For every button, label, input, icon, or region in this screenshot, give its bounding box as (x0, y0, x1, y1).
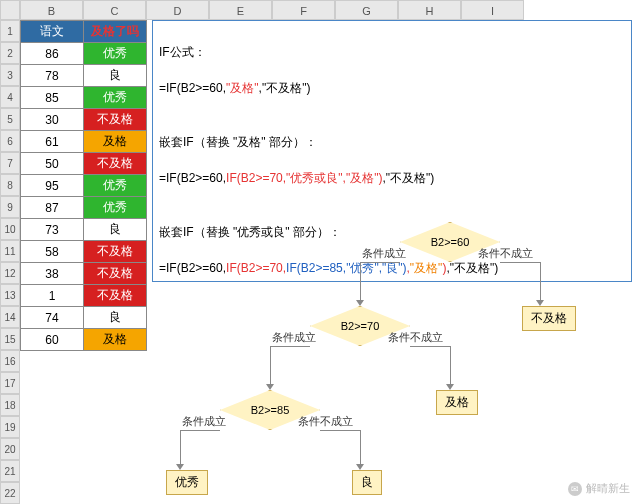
result-excellent: 优秀 (166, 470, 208, 495)
cell-score[interactable]: 87 (21, 197, 84, 219)
cell-score[interactable]: 1 (21, 285, 84, 307)
cell-score[interactable]: 61 (21, 131, 84, 153)
label-true: 条件成立 (362, 246, 406, 261)
cell-status[interactable]: 优秀 (84, 175, 147, 197)
cell-status[interactable]: 优秀 (84, 43, 147, 65)
cell-score[interactable]: 85 (21, 87, 84, 109)
cell-status[interactable]: 优秀 (84, 87, 147, 109)
cell-status[interactable]: 良 (84, 65, 147, 87)
row-headers: 12345678910111213141516171819202122 (0, 20, 20, 504)
cell-status[interactable]: 不及格 (84, 109, 147, 131)
cell-status[interactable]: 及格 (84, 131, 147, 153)
cell-score[interactable]: 38 (21, 263, 84, 285)
cell-score[interactable]: 73 (21, 219, 84, 241)
cell-score[interactable]: 58 (21, 241, 84, 263)
cell-score[interactable]: 30 (21, 109, 84, 131)
cell-score[interactable]: 50 (21, 153, 84, 175)
flowchart: B2>=60 条件成立 条件不成立 不及格 B2>=70 条件成立 条件不成立 … (130, 222, 630, 502)
cell-status[interactable]: 优秀 (84, 197, 147, 219)
cell-score[interactable]: 86 (21, 43, 84, 65)
label-false: 条件不成立 (388, 330, 443, 345)
cell-status[interactable]: 不及格 (84, 153, 147, 175)
column-headers: B C D E F G H I (0, 0, 524, 20)
label-false: 条件不成立 (478, 246, 533, 261)
label-false: 条件不成立 (298, 414, 353, 429)
result-fail: 不及格 (522, 306, 576, 331)
wechat-icon: ✉ (568, 482, 582, 496)
cell-score[interactable]: 95 (21, 175, 84, 197)
result-good: 良 (352, 470, 382, 495)
header-status[interactable]: 及格了吗 (84, 21, 147, 43)
cell-score[interactable]: 60 (21, 329, 84, 351)
cell-score[interactable]: 78 (21, 65, 84, 87)
spreadsheet-table[interactable]: 语文 及格了吗 86优秀78良85优秀30不及格61及格50不及格95优秀87优… (20, 20, 147, 351)
header-score[interactable]: 语文 (21, 21, 84, 43)
cell-score[interactable]: 74 (21, 307, 84, 329)
watermark: ✉ 解晴新生 (568, 481, 630, 496)
label-true: 条件成立 (272, 330, 316, 345)
result-pass: 及格 (436, 390, 478, 415)
label-true: 条件成立 (182, 414, 226, 429)
